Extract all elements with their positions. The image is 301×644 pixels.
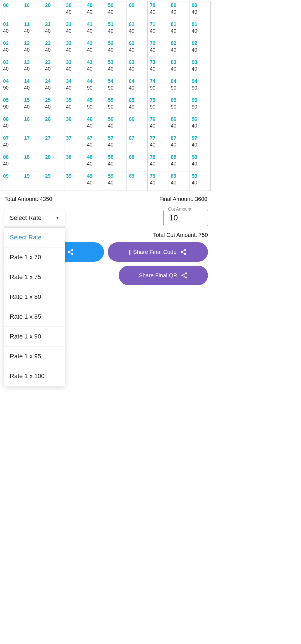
grid-cell[interactable]: 5740 <box>106 134 127 153</box>
grid-cell[interactable]: 38 <box>64 153 85 172</box>
grid-cell[interactable]: 7740 <box>148 134 169 153</box>
grid-cell[interactable]: 5590 <box>106 96 127 115</box>
grid-cell[interactable]: 8040 <box>169 1 190 20</box>
grid-cell[interactable]: 66 <box>127 115 148 134</box>
grid-cell[interactable]: 0640 <box>1 115 22 134</box>
grid-cell[interactable]: 1140 <box>22 20 43 39</box>
grid-cell[interactable]: 1440 <box>22 77 43 96</box>
grid-cell[interactable]: 3140 <box>64 20 85 39</box>
grid-cell[interactable]: 4840 <box>85 153 106 172</box>
grid-cell[interactable]: 20 <box>43 1 64 20</box>
grid-cell[interactable]: 1340 <box>22 58 43 77</box>
grid-cell[interactable]: 0590 <box>1 96 22 115</box>
grid-cell[interactable]: 5240 <box>106 39 127 58</box>
grid-cell[interactable]: 4040 <box>85 1 106 20</box>
grid-cell[interactable]: 9040 <box>190 1 211 20</box>
grid-cell[interactable]: 4340 <box>85 58 106 77</box>
grid-cell[interactable]: 6440 <box>127 77 148 96</box>
grid-cell[interactable]: 18 <box>22 153 43 172</box>
grid-cell[interactable]: 2140 <box>43 20 64 39</box>
grid-cell[interactable]: 0740 <box>1 134 22 153</box>
grid-cell[interactable]: 2340 <box>43 58 64 77</box>
grid-cell[interactable]: 9740 <box>190 134 211 153</box>
grid-cell[interactable]: 19 <box>22 172 43 191</box>
grid-cell[interactable]: 8740 <box>169 134 190 153</box>
grid-cell[interactable]: 5940 <box>106 172 127 191</box>
dropdown-option[interactable]: Rate 1 x 100 <box>4 366 65 386</box>
grid-cell[interactable]: 00 <box>1 1 22 20</box>
grid-cell[interactable]: 37 <box>64 134 85 153</box>
dropdown-option[interactable]: Rate 1 x 80 <box>4 287 65 307</box>
grid-cell[interactable]: 7040 <box>148 1 169 20</box>
grid-cell[interactable]: 09 <box>1 172 22 191</box>
grid-cell[interactable]: 2540 <box>43 96 64 115</box>
grid-cell[interactable]: 7490 <box>148 77 169 96</box>
grid-cell[interactable]: 7840 <box>148 153 169 172</box>
grid-cell[interactable]: 4940 <box>85 172 106 191</box>
dropdown-option[interactable]: Rate 1 x 85 <box>4 307 65 327</box>
grid-cell[interactable]: 6140 <box>127 20 148 39</box>
grid-cell[interactable]: 5340 <box>106 58 127 77</box>
grid-cell[interactable]: 69 <box>127 172 148 191</box>
dropdown-option[interactable]: Rate 1 x 70 <box>4 247 65 267</box>
grid-cell[interactable]: 3040 <box>64 1 85 20</box>
dropdown-option[interactable]: Rate 1 x 75 <box>4 267 65 287</box>
grid-cell[interactable]: 4640 <box>85 115 106 134</box>
grid-cell[interactable]: 29 <box>43 172 64 191</box>
grid-cell[interactable]: 9640 <box>190 115 211 134</box>
grid-cell[interactable]: 1540 <box>22 96 43 115</box>
grid-cell[interactable]: 26 <box>43 115 64 134</box>
grid-cell[interactable]: 0840 <box>1 153 22 172</box>
grid-cell[interactable]: 7940 <box>148 172 169 191</box>
grid-cell[interactable]: 3240 <box>64 39 85 58</box>
grid-cell[interactable]: 2240 <box>43 39 64 58</box>
grid-cell[interactable]: 2440 <box>43 77 64 96</box>
grid-cell[interactable]: 5490 <box>106 77 127 96</box>
grid-cell[interactable]: 4590 <box>85 96 106 115</box>
dropdown-option[interactable]: Select Rate <box>4 228 65 247</box>
grid-cell[interactable]: 5140 <box>106 20 127 39</box>
grid-cell[interactable]: 67 <box>127 134 148 153</box>
grid-cell[interactable]: 8590 <box>169 96 190 115</box>
share-final-qr-button[interactable]: Share Final QR <box>119 266 208 285</box>
grid-cell[interactable]: 9490 <box>190 77 211 96</box>
grid-cell[interactable]: 9940 <box>190 172 211 191</box>
dropdown-option[interactable]: Rate 1 x 95 <box>4 347 65 366</box>
grid-cell[interactable]: 8340 <box>169 58 190 77</box>
grid-cell[interactable]: 4140 <box>85 20 106 39</box>
grid-cell[interactable]: 6340 <box>127 58 148 77</box>
grid-cell[interactable]: 7340 <box>148 58 169 77</box>
grid-cell[interactable]: 3540 <box>64 96 85 115</box>
grid-cell[interactable]: 8940 <box>169 172 190 191</box>
grid-cell[interactable]: 27 <box>43 134 64 153</box>
grid-cell[interactable]: 4740 <box>85 134 106 153</box>
grid-cell[interactable]: 60 <box>127 1 148 20</box>
grid-cell[interactable]: 10 <box>22 1 43 20</box>
grid-cell[interactable]: 4240 <box>85 39 106 58</box>
grid-cell[interactable]: 9140 <box>190 20 211 39</box>
grid-cell[interactable]: 9840 <box>190 153 211 172</box>
grid-cell[interactable]: 5840 <box>106 153 127 172</box>
grid-cell[interactable]: 8840 <box>169 153 190 172</box>
grid-cell[interactable]: 7140 <box>148 20 169 39</box>
grid-cell[interactable]: 1240 <box>22 39 43 58</box>
dropdown-option[interactable]: Rate 1 x 90 <box>4 327 65 347</box>
grid-cell[interactable]: 4490 <box>85 77 106 96</box>
grid-cell[interactable]: 17 <box>22 134 43 153</box>
share-final-code-button[interactable]: || Share Final Code <box>108 242 208 262</box>
grid-cell[interactable]: 39 <box>64 172 85 191</box>
grid-cell[interactable]: 8640 <box>169 115 190 134</box>
grid-cell[interactable]: 0490 <box>1 77 22 96</box>
grid-cell[interactable]: 6540 <box>127 96 148 115</box>
grid-cell[interactable]: 7240 <box>148 39 169 58</box>
grid-cell[interactable]: 36 <box>64 115 85 134</box>
grid-cell[interactable]: 9590 <box>190 96 211 115</box>
grid-cell[interactable]: 8240 <box>169 39 190 58</box>
grid-cell[interactable]: 9240 <box>190 39 211 58</box>
grid-cell[interactable]: 7590 <box>148 96 169 115</box>
grid-cell[interactable]: 5640 <box>106 115 127 134</box>
grid-cell[interactable]: 3340 <box>64 58 85 77</box>
grid-cell[interactable]: 5040 <box>106 1 127 20</box>
grid-cell[interactable]: 0240 <box>1 39 22 58</box>
grid-cell[interactable]: 68 <box>127 153 148 172</box>
